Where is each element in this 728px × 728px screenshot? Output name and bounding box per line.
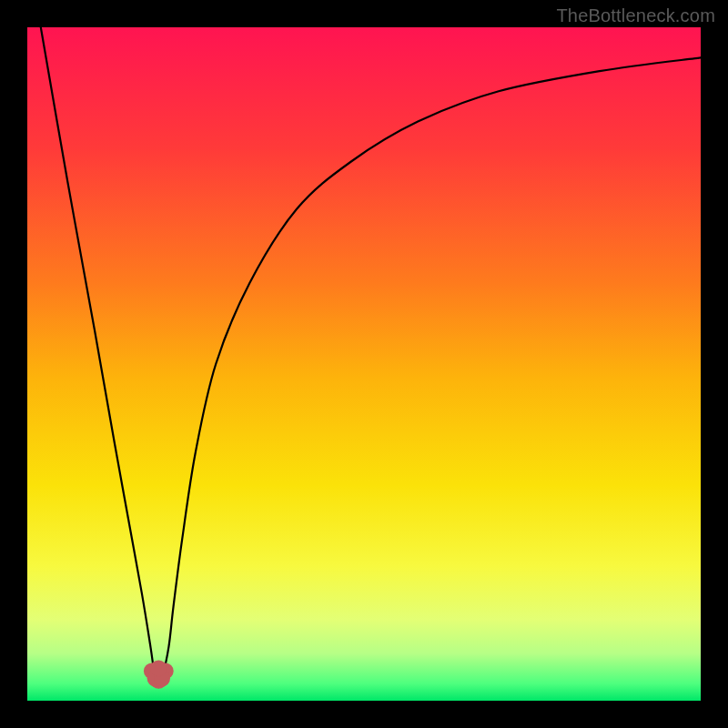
- chart-svg: [0, 0, 728, 728]
- watermark: TheBottleneck.com: [556, 5, 715, 26]
- marker-dot: [150, 660, 167, 676]
- plot-background: [27, 27, 701, 701]
- chart-canvas: [0, 0, 728, 728]
